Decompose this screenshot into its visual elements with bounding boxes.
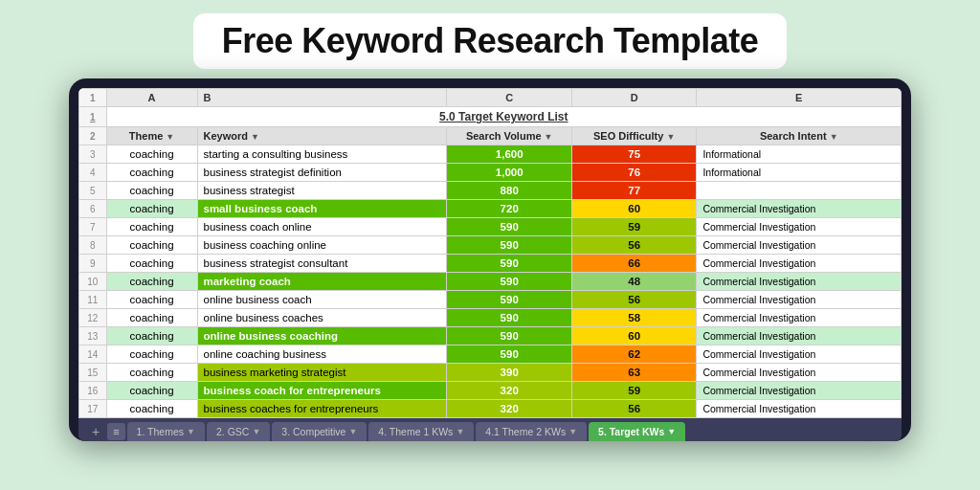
sheet-menu-button[interactable]: ≡ (107, 423, 124, 440)
volume-cell: 390 (447, 364, 571, 382)
intent-cell: Commercial Investigation (697, 200, 902, 218)
intent-cell (697, 182, 902, 200)
page-title: Free Keyword Research Template (222, 21, 759, 61)
difficulty-cell: 59 (571, 382, 696, 400)
theme-filter-icon[interactable]: ▼ (166, 132, 174, 142)
tab-competitive[interactable]: 3. Competitive ▼ (272, 422, 367, 441)
spreadsheet-table: 1 A B C D E 1 5.0 Target Keyword List 2 … (78, 88, 902, 418)
tab-gsc[interactable]: 2. GSC ▼ (207, 422, 270, 441)
row-2-num: 2 (79, 127, 107, 145)
volume-cell: 590 (447, 309, 571, 327)
volume-col-header[interactable]: Search Volume ▼ (447, 127, 571, 145)
intent-cell: Commercial Investigation (697, 236, 902, 255)
row-num: 3 (79, 145, 107, 164)
volume-cell: 590 (447, 273, 571, 291)
volume-cell: 590 (447, 236, 571, 255)
add-sheet-button[interactable]: + (86, 422, 105, 441)
intent-cell: Commercial Investigation (697, 291, 902, 309)
difficulty-cell: 60 (571, 327, 696, 345)
intent-col-header[interactable]: Search Intent ▼ (697, 127, 902, 145)
intent-cell: Informational (697, 145, 902, 164)
intent-cell: Commercial Investigation (697, 255, 902, 273)
volume-cell: 590 (447, 218, 571, 236)
intent-cell: Commercial Investigation (697, 309, 902, 327)
volume-cell: 320 (447, 382, 571, 400)
row-num: 4 (79, 164, 107, 182)
volume-cell: 720 (447, 200, 571, 218)
row-num: 5 (79, 182, 107, 200)
volume-cell: 590 (447, 345, 571, 364)
difficulty-cell: 60 (571, 200, 696, 218)
theme-cell: coaching (106, 400, 197, 418)
volume-cell: 590 (447, 255, 571, 273)
theme-cell: coaching (106, 236, 197, 255)
keyword-cell: business coach for entrepreneurs (197, 382, 447, 400)
volume-cell: 1,000 (447, 164, 571, 182)
row-num-header: 1 (79, 89, 107, 107)
volume-cell: 880 (447, 182, 571, 200)
row-num: 9 (79, 255, 107, 273)
title-box: Free Keyword Research Template (193, 13, 788, 69)
intent-cell: Commercial Investigation (697, 327, 902, 345)
tab-bar: + ≡ 1. Themes ▼ 2. GSC ▼ 3. Competitive … (78, 418, 902, 441)
intent-cell: Commercial Investigation (697, 345, 902, 364)
theme-cell: coaching (106, 164, 197, 182)
theme-cell: coaching (106, 273, 197, 291)
keyword-cell: business strategist definition (197, 164, 447, 182)
theme-col-header[interactable]: Theme ▼ (106, 127, 197, 145)
col-d-header: D (571, 89, 696, 107)
theme-cell: coaching (106, 291, 197, 309)
row-num: 15 (79, 364, 107, 382)
difficulty-col-header[interactable]: SEO Difficulty ▼ (571, 127, 696, 145)
tab-targetkws[interactable]: 5. Target KWs ▼ (589, 422, 685, 441)
volume-cell: 590 (447, 291, 571, 309)
intent-cell: Commercial Investigation (697, 382, 902, 400)
theme-cell: coaching (106, 309, 197, 327)
keyword-cell: business coaching online (197, 236, 447, 255)
row-num: 11 (79, 291, 107, 309)
difficulty-cell: 63 (571, 364, 696, 382)
difficulty-cell: 62 (571, 345, 696, 364)
keyword-cell: business marketing strategist (197, 364, 447, 382)
keyword-cell: starting a consulting business (197, 145, 447, 164)
intent-filter-icon[interactable]: ▼ (830, 132, 838, 142)
theme-cell: coaching (106, 345, 197, 364)
sheet-title: 5.0 Target Keyword List (106, 107, 901, 127)
theme-cell: coaching (106, 327, 197, 345)
row-num: 10 (79, 273, 107, 291)
keyword-col-header[interactable]: Keyword ▼ (197, 127, 447, 145)
tab-theme2kws[interactable]: 4.1 Theme 2 KWs ▼ (476, 422, 587, 441)
row-num: 7 (79, 218, 107, 236)
tab-themes[interactable]: 1. Themes ▼ (127, 422, 205, 441)
theme-cell: coaching (106, 364, 197, 382)
difficulty-cell: 77 (571, 182, 696, 200)
col-c-header: C (447, 89, 571, 107)
intent-cell: Commercial Investigation (697, 400, 902, 418)
row-num: 12 (79, 309, 107, 327)
theme-cell: coaching (106, 255, 197, 273)
difficulty-cell: 48 (571, 273, 696, 291)
keyword-cell: small business coach (197, 200, 447, 218)
intent-cell: Commercial Investigation (697, 364, 902, 382)
keyword-filter-icon[interactable]: ▼ (251, 132, 259, 142)
difficulty-filter-icon[interactable]: ▼ (666, 132, 675, 142)
difficulty-cell: 56 (571, 400, 696, 418)
volume-cell: 590 (447, 327, 571, 345)
row-num: 16 (79, 382, 107, 400)
theme-cell: coaching (106, 382, 197, 400)
difficulty-cell: 76 (571, 164, 696, 182)
tab-theme1kws[interactable]: 4. Theme 1 KWs ▼ (368, 422, 474, 441)
row-1-num: 1 (79, 107, 107, 127)
col-a-header: A (106, 89, 197, 107)
intent-cell: Commercial Investigation (697, 273, 902, 291)
row-num: 17 (79, 400, 107, 418)
theme-cell: coaching (106, 182, 197, 200)
row-num: 6 (79, 200, 107, 218)
difficulty-cell: 75 (571, 145, 696, 164)
spreadsheet-wrapper: 1 A B C D E 1 5.0 Target Keyword List 2 … (69, 78, 911, 441)
volume-cell: 320 (447, 400, 571, 418)
intent-cell: Informational (697, 164, 902, 182)
volume-filter-icon[interactable]: ▼ (545, 132, 553, 142)
difficulty-cell: 56 (571, 291, 696, 309)
keyword-cell: online business coach (197, 291, 447, 309)
